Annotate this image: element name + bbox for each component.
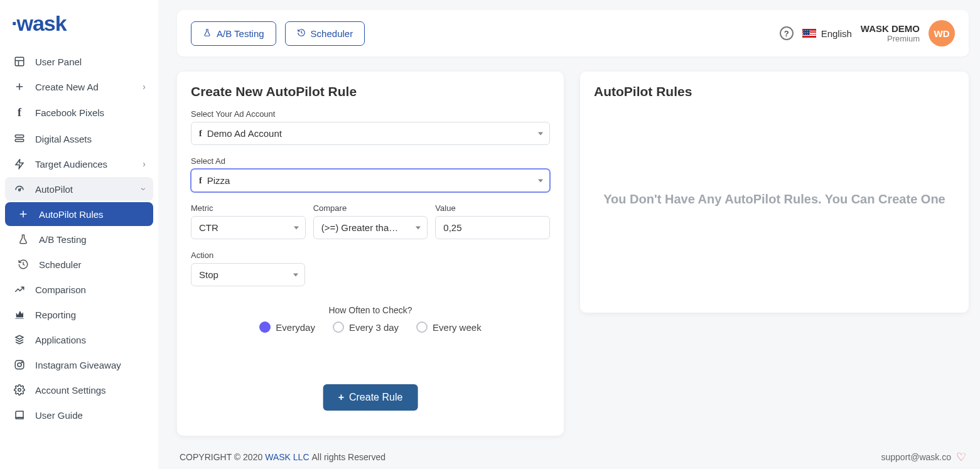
ab-testing-button[interactable]: A/B Testing	[191, 21, 276, 46]
sidebar-item-user-guide[interactable]: User Guide	[5, 403, 153, 427]
user-block: WASK DEMO Premium	[861, 23, 920, 43]
sidebar-item-label: Applications	[35, 335, 86, 345]
sidebar-item-digital-assets[interactable]: Digital Assets	[5, 127, 153, 151]
plus-icon	[13, 81, 26, 92]
radio-everyday[interactable]: Everyday	[259, 321, 315, 333]
facebook-icon: f	[199, 129, 202, 139]
sidebar-item-instagram-giveaway[interactable]: Instagram Giveaway	[5, 353, 153, 377]
sidebar-item-label: Comparison	[35, 284, 86, 295]
radio-label: Every 3 day	[349, 322, 399, 333]
sidebar-item-autopilot-rules[interactable]: AutoPilot Rules	[5, 202, 153, 226]
caret-down-icon	[538, 179, 543, 182]
scheduler-button[interactable]: Scheduler	[285, 21, 365, 46]
how-often-label: How Often to Check?	[191, 305, 550, 315]
sidebar-item-label: Scheduler	[39, 259, 82, 270]
book-icon	[13, 409, 26, 421]
sidebar-item-comparison[interactable]: Comparison	[5, 278, 153, 301]
action-select[interactable]: Stop	[191, 263, 305, 286]
sidebar-item-label: Reporting	[35, 310, 76, 320]
ad-account-select[interactable]: f Demo Ad Account	[191, 122, 550, 145]
instagram-icon	[13, 359, 26, 370]
chevron-down-icon: ›	[139, 188, 149, 191]
gauge-icon	[13, 183, 26, 195]
user-plan: Premium	[861, 34, 920, 43]
sidebar-item-user-panel[interactable]: User Panel	[5, 50, 153, 73]
us-flag-icon	[802, 29, 816, 38]
sidebar-item-reporting[interactable]: Reporting	[5, 303, 153, 326]
sidebar-item-label: Target Audiences	[35, 159, 107, 170]
sidebar-item-facebook-pixels[interactable]: f Facebook Pixels	[5, 100, 153, 126]
radio-dot-icon	[259, 321, 271, 333]
metric-select[interactable]: CTR	[191, 216, 306, 239]
empty-state-message: You Don't Have Any AutoPilot Rules. You …	[594, 192, 955, 207]
sidebar-item-ab-testing[interactable]: A/B Testing	[5, 227, 153, 251]
radio-label: Every week	[433, 322, 482, 333]
trend-icon	[13, 284, 26, 295]
sidebar-item-label: User Guide	[35, 410, 83, 421]
sidebar-item-account-settings[interactable]: Account Settings	[5, 378, 153, 402]
sidebar-item-label: Digital Assets	[35, 134, 92, 144]
copyright-suffix: All rights Reserved	[312, 452, 386, 462]
sidebar-item-label: Facebook Pixels	[35, 107, 104, 118]
card-title: AutoPilot Rules	[594, 84, 955, 99]
radio-every-3-day[interactable]: Every 3 day	[333, 321, 399, 333]
compare-label: Compare	[313, 203, 428, 213]
svg-point-13	[21, 362, 23, 363]
action-label: Action	[191, 251, 305, 260]
caret-down-icon	[538, 132, 543, 135]
sidebar-item-autopilot[interactable]: AutoPilot ›	[5, 177, 153, 201]
copyright-prefix: COPYRIGHT © 2020	[180, 452, 262, 462]
language-selector[interactable]: English	[802, 28, 852, 39]
topbar: A/B Testing Scheduler ? English WASK DEM…	[177, 10, 969, 57]
select-ad-select[interactable]: f Pizza	[191, 169, 550, 192]
autopilot-rules-card: AutoPilot Rules You Don't Have Any AutoP…	[580, 72, 969, 313]
value-input[interactable]	[435, 216, 550, 239]
chevron-right-icon: ›	[143, 82, 146, 92]
stack-icon	[13, 334, 26, 345]
card-title: Create New AutoPilot Rule	[191, 84, 550, 99]
svg-rect-0	[15, 57, 24, 66]
sidebar-item-label: Instagram Giveaway	[35, 360, 121, 370]
sidebar-item-scheduler[interactable]: Scheduler	[5, 252, 153, 276]
sidebar-item-create-new-ad[interactable]: Create New Ad ›	[5, 75, 153, 99]
sidebar-item-label: AutoPilot Rules	[39, 209, 104, 220]
caret-down-icon	[293, 273, 298, 276]
svg-point-12	[18, 363, 21, 367]
help-icon[interactable]: ?	[780, 26, 794, 40]
panel-icon	[13, 56, 26, 67]
svg-point-14	[18, 389, 21, 392]
sidebar-item-label: A/B Testing	[39, 234, 87, 245]
facebook-icon: f	[199, 176, 202, 186]
sidebar-item-target-audiences[interactable]: Target Audiences ›	[5, 152, 153, 176]
brand-text: wask	[16, 11, 66, 35]
radio-label: Everyday	[276, 322, 315, 333]
assets-icon	[13, 133, 26, 144]
plus-icon	[16, 208, 30, 220]
avatar[interactable]: WD	[929, 20, 955, 46]
metric-label: Metric	[191, 203, 306, 213]
sidebar-item-applications[interactable]: Applications	[5, 328, 153, 352]
svg-rect-5	[15, 135, 24, 137]
sidebar-item-label: User Panel	[35, 57, 82, 67]
caret-down-icon	[416, 226, 421, 229]
history-icon	[16, 259, 30, 270]
compare-select[interactable]: (>=) Greater than ...	[313, 216, 428, 239]
ad-account-label: Select Your Ad Account	[191, 109, 550, 119]
support-email[interactable]: support@wask.co	[881, 452, 951, 462]
select-value: Pizza	[207, 175, 230, 186]
select-ad-label: Select Ad	[191, 156, 550, 166]
value-label: Value	[435, 203, 550, 213]
radio-every-week[interactable]: Every week	[416, 321, 482, 333]
heart-icon: ♡	[956, 450, 966, 464]
sidebar-item-label: AutoPilot	[35, 184, 73, 195]
gear-icon	[13, 384, 26, 396]
company-link[interactable]: WASK LLC	[265, 452, 309, 462]
create-rule-card: Create New AutoPilot Rule Select Your Ad…	[177, 72, 564, 436]
flask-icon	[203, 28, 212, 39]
flask-icon	[16, 234, 30, 245]
main-content: A/B Testing Scheduler ? English WASK DEM…	[158, 0, 980, 469]
facebook-icon: f	[13, 106, 26, 119]
brand-logo: ·wask	[5, 8, 153, 48]
sidebar-item-label: Create New Ad	[35, 82, 99, 92]
create-rule-button[interactable]: + Create Rule	[323, 384, 418, 411]
